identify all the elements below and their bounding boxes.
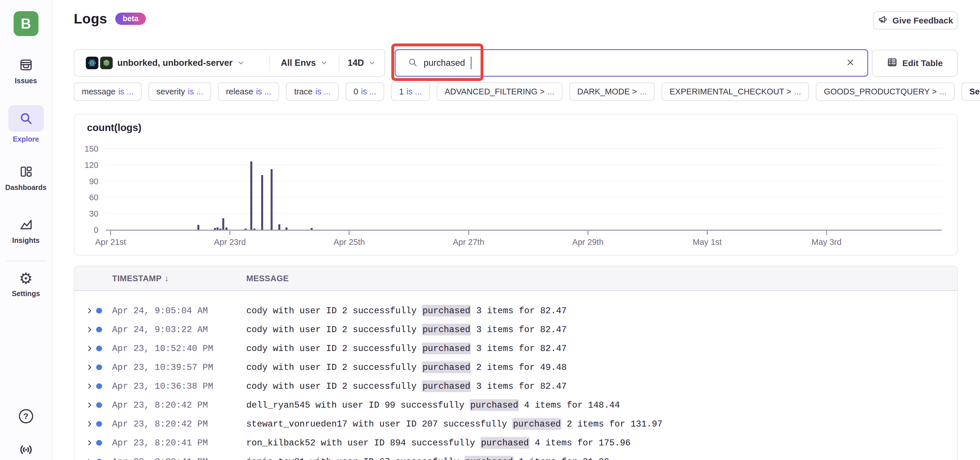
message-text: cody with user ID 2 successfully [246,344,422,353]
chart-bar [220,229,221,230]
log-row[interactable]: Apr 23, 8:20:41 PM janie_toy81 with user… [74,452,957,460]
see-full-list-button[interactable]: See full list [961,83,980,101]
log-row[interactable]: Apr 23, 8:20:42 PM stewart_vonrueden17 w… [74,414,957,433]
expand-chevron-icon[interactable] [86,326,93,333]
severity-dot [96,459,102,460]
chart-bar [222,218,224,230]
org-avatar[interactable]: B [13,11,38,36]
filter-chip[interactable]: 1 is ... [391,83,430,101]
search-icon [8,105,44,132]
severity-dot [96,402,102,408]
sidebar-item-explore[interactable]: Explore [0,105,52,143]
sidebar-item-settings[interactable]: ⚙ Settings [0,271,52,298]
expand-chevron-icon[interactable] [86,382,93,390]
expand-chevron-icon[interactable] [86,364,93,371]
filter-chip-op: is ... [361,87,376,96]
whats-new-button[interactable] [0,442,52,458]
log-row[interactable]: Apr 23, 8:20:41 PM ron_kilback52 with us… [74,433,957,452]
message-text: dell_ryan545 with user ID 99 successfull… [246,400,470,410]
severity-dot [96,364,102,370]
log-row[interactable]: Apr 23, 10:52:40 PM cody with user ID 2 … [74,339,957,358]
chart-title: count(logs) [87,122,142,133]
help-icon: ? [19,409,33,423]
chevron-down-icon [368,59,376,67]
chart-plot[interactable]: 0306090120150Apr 21stApr 23rdApr 25thApr… [106,149,942,230]
filter-chip[interactable]: ADVANCED_FILTERING > ... [437,83,563,101]
filter-chip-op: ... [547,87,554,96]
dashboards-icon [19,164,33,180]
log-row[interactable]: Apr 23, 8:20:42 PM dell_ryan545 with use… [74,396,957,414]
filter-chip[interactable]: message is ... [74,83,142,101]
log-row[interactable]: Apr 23, 10:36:38 PM cody with user ID 2 … [74,377,957,396]
message-text: cody with user ID 2 successfully [246,306,422,316]
severity-dot [96,440,102,446]
expand-chevron-icon[interactable] [86,307,93,314]
page-header: Logs beta [74,11,146,27]
log-row[interactable]: Apr 24, 9:05:04 AM cody with user ID 2 s… [74,301,957,320]
sidebar-item-insights[interactable]: Insights [0,217,52,245]
edit-table-button[interactable]: Edit Table [872,50,958,77]
column-label: TIMESTAMP [112,274,162,283]
sidebar-item-label: Settings [12,290,40,298]
expand-chevron-icon[interactable] [86,401,93,409]
filter-chip[interactable]: trace is ... [286,83,339,101]
date-range-selector[interactable]: 14D [339,50,385,76]
sidebar-item-dashboards[interactable]: Dashboards [0,164,52,192]
log-row[interactable]: Apr 24, 9:03:22 AM cody with user ID 2 s… [74,320,957,339]
issues-icon [19,58,33,73]
page-filter-bar: unborked, unborked-server All Envs 14D [74,49,385,77]
filter-chip-op: is ... [188,87,203,96]
insights-icon [19,217,33,233]
column-header-message[interactable]: MESSAGE [246,266,289,290]
search-match-highlight: purchased [422,324,471,336]
filter-chip-op: is ... [406,87,422,96]
expand-chevron-icon[interactable] [86,439,93,447]
gridline [106,148,942,149]
search-value: purchased [424,58,465,68]
search-icon [407,57,418,68]
log-timestamp: Apr 23, 10:39:57 PM [112,363,213,372]
x-axis-line [106,230,942,231]
expand-chevron-icon[interactable] [86,345,93,352]
message-text: 4 items for 148.44 [519,400,620,410]
expand-chevron-icon[interactable] [86,420,93,428]
y-tick-label: 60 [89,193,99,202]
log-timestamp: Apr 23, 10:52:40 PM [112,344,213,353]
filter-chip[interactable]: DARK_MODE > ... [569,83,655,101]
search-match-highlight: purchased [422,343,471,355]
project-selector[interactable]: unborked, unborked-server [74,50,269,76]
message-text: 3 items for 82.47 [471,381,567,392]
filter-chip[interactable]: EXPERIMENTAL_CHECKOUT > ... [662,83,809,101]
search-input[interactable]: purchased [395,49,868,77]
environment-selector-label: All Envs [281,58,316,68]
log-timestamp: Apr 23, 8:20:41 PM [112,457,208,460]
broadcast-icon [18,442,34,458]
search-match-highlight: purchased [465,456,514,460]
node-icon [100,57,113,69]
filter-chip[interactable]: severity is ... [148,83,211,101]
table-body: Apr 24, 9:05:04 AM cody with user ID 2 s… [74,291,957,460]
see-full-list-label: See full list [969,87,980,96]
log-message: cody with user ID 2 successfully purchas… [246,306,567,316]
column-header-timestamp[interactable]: TIMESTAMP ↓ [112,266,169,290]
filter-chip[interactable]: GOODS_PRODUCTQUERY > ... [816,83,955,101]
help-button[interactable]: ? [0,409,52,423]
chart-bar [250,161,252,230]
axis-tick [349,231,350,235]
filter-chip[interactable]: 0 is ... [345,83,384,101]
sidebar-item-issues[interactable]: Issues [0,58,52,85]
log-row[interactable]: Apr 23, 10:39:57 PM cody with user ID 2 … [74,358,957,377]
chart-bar [197,225,199,230]
filter-chip[interactable]: release is ... [218,83,279,101]
log-message: cody with user ID 2 successfully purchas… [246,381,567,392]
message-text: 2 items for 49.48 [471,363,567,372]
expand-chevron-icon[interactable] [86,458,93,460]
clear-search-icon[interactable] [846,57,855,68]
gridline [106,197,942,197]
message-text: cody with user ID 2 successfully [246,325,422,335]
severity-dot [96,308,102,314]
filter-chip-op: is ... [118,87,134,96]
table-header: TIMESTAMP ↓ MESSAGE [74,266,957,291]
environment-selector[interactable]: All Envs [270,50,339,76]
give-feedback-button[interactable]: Give Feedback [873,11,958,29]
